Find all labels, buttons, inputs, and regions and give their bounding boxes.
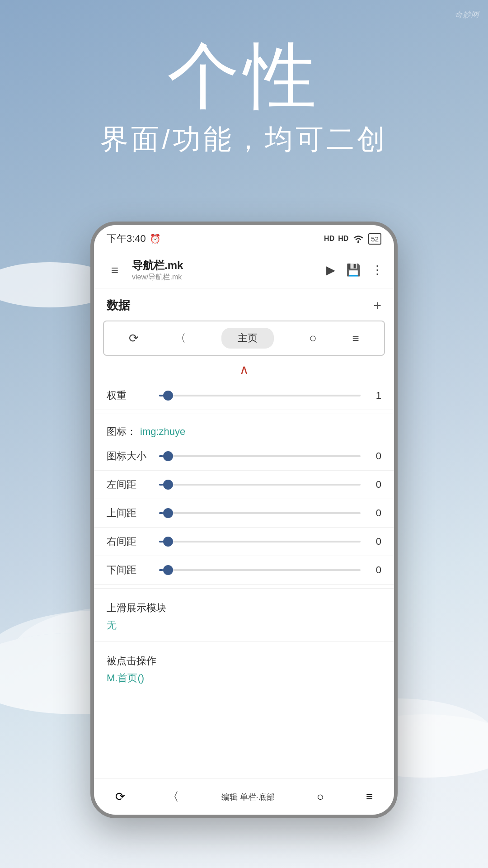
slider-bottom-margin-label: 下间距 [107,563,152,577]
bottom-nav-lines-icon[interactable]: ≡ [366,790,373,804]
phone-container: 下午3:40 ⏰ HD HD 52 ≡ [90,222,398,818]
slider-weight-track[interactable] [159,395,361,396]
slider-right-margin-label: 右间距 [107,535,152,548]
header-section: 个性 界面/功能，均可二创 [0,0,488,158]
nav-lines-icon[interactable]: ≡ [352,331,359,345]
nav-arrow-icon[interactable]: 〈 [174,330,186,346]
slider-right-margin: 右间距 0 [94,528,394,556]
icon-field-row: 图标： img:zhuye [94,418,394,442]
slider-bottom-margin-fill [159,569,163,571]
slider-icon-size-thumb[interactable] [163,451,173,461]
battery-indicator: 52 [368,233,381,245]
slider-bottom-margin-thumb[interactable] [163,565,173,575]
slider-bottom-margin-value: 0 [368,564,381,576]
slider-icon-size: 图标大小 0 [94,442,394,471]
clock-icon: ⏰ [150,233,161,244]
status-bar: 下午3:40 ⏰ HD HD 52 [94,225,394,252]
slider-left-margin-fill [159,484,163,486]
status-time: 下午3:40 [107,232,146,245]
slider-top-margin-fill [159,512,163,514]
wifi-icon [352,234,365,244]
divider-2 [94,588,394,589]
slider-weight-label: 权重 [107,389,152,402]
chevron-indicator: ∧ [94,359,394,382]
nav-back-icon[interactable]: ⟳ [129,331,139,345]
slider-top-margin-track[interactable] [159,512,361,514]
slider-icon-size-value: 0 [368,450,381,462]
slider-right-margin-fill [159,541,163,542]
bottom-nav-arrow-icon[interactable]: 〈 [167,789,179,805]
divider-3 [94,641,394,642]
slider-top-margin-value: 0 [368,507,381,519]
slider-icon-size-label: 图标大小 [107,449,152,463]
app-title: 导航栏.mk [132,258,326,273]
content-area: 数据 + ⟳ 〈 主页 ○ ≡ ∧ 权重 1 [94,288,394,778]
bottom-nav-bar: ⟳ 〈 编辑 单栏·底部 ○ ≡ [94,778,394,815]
module-slide-value[interactable]: 无 [107,618,381,632]
main-title: 个性 [167,36,321,116]
slider-top-margin-thumb[interactable] [163,508,173,518]
signal-hd2: HD [338,235,348,243]
slider-left-margin-value: 0 [368,479,381,491]
module-click-action: 被点击操作 M.首页() [94,645,394,690]
menu-icon[interactable]: ≡ [105,263,125,278]
icon-field-value[interactable]: img:zhuye [140,426,185,438]
module-slide-show: 上滑展示模块 无 [94,592,394,637]
icon-field-label: 图标： [107,425,136,439]
section-title: 数据 [107,297,130,313]
bottom-nav-label: 编辑 单栏·底部 [221,792,275,802]
slider-right-margin-value: 0 [368,536,381,547]
app-subtitle: view/导航栏.mk [132,273,326,282]
save-button[interactable]: 💾 [346,263,361,277]
slider-weight: 权重 1 [94,382,394,410]
nav-circle-icon[interactable]: ○ [309,331,317,345]
more-button[interactable]: ⋮ [371,263,383,277]
slider-weight-fill [159,395,163,396]
slider-icon-size-track[interactable] [159,455,361,457]
slider-weight-value: 1 [368,390,381,401]
slider-top-margin-label: 上间距 [107,506,152,520]
play-button[interactable]: ▶ [326,263,335,277]
svg-point-0 [357,241,359,243]
app-title-section: 导航栏.mk view/导航栏.mk [125,258,326,282]
phone-frame: 下午3:40 ⏰ HD HD 52 ≡ [90,222,398,818]
module-click-title: 被点击操作 [107,654,381,668]
app-bar: ≡ 导航栏.mk view/导航栏.mk ▶ 💾 ⋮ [94,252,394,288]
slider-icon-size-fill [159,455,163,457]
divider-1 [94,414,394,414]
module-slide-title: 上滑展示模块 [107,601,381,615]
slider-right-margin-track[interactable] [159,541,361,542]
slider-left-margin-label: 左间距 [107,478,152,491]
slider-top-margin: 上间距 0 [94,499,394,528]
signal-hd1: HD [324,235,334,243]
bottom-nav-back-icon[interactable]: ⟳ [115,790,125,804]
app-bar-actions: ▶ 💾 ⋮ [326,263,383,277]
add-data-button[interactable]: + [373,298,381,313]
data-section-header: 数据 + [94,288,394,321]
nav-preview-bar: ⟳ 〈 主页 ○ ≡ [103,321,385,356]
slider-left-margin: 左间距 0 [94,471,394,499]
slider-weight-thumb[interactable] [163,391,173,401]
bottom-nav-circle-icon[interactable]: ○ [317,790,324,804]
slider-right-margin-thumb[interactable] [163,537,173,547]
sub-title: 界面/功能，均可二创 [100,120,387,158]
nav-home-button[interactable]: 主页 [221,328,274,349]
module-click-value[interactable]: M.首页() [107,671,381,685]
slider-bottom-margin-track[interactable] [159,569,361,571]
status-icons: HD HD 52 [324,233,381,245]
slider-bottom-margin: 下间距 0 [94,556,394,585]
slider-left-margin-track[interactable] [159,484,361,486]
slider-left-margin-thumb[interactable] [163,480,173,490]
